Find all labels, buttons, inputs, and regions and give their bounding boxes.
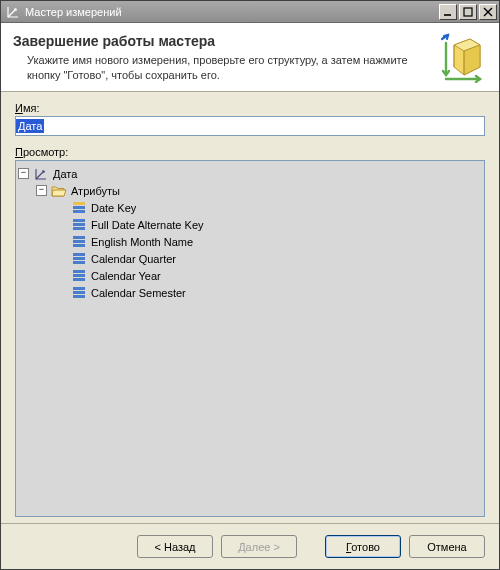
tree-attributes-folder[interactable]: − Атрибуты: [18, 182, 482, 199]
attribute-icon: [73, 201, 87, 215]
wizard-window: Мастер измерений Завершение работы масте…: [0, 0, 500, 570]
next-button: Далее >: [221, 535, 297, 558]
maximize-button[interactable]: [459, 4, 477, 20]
name-label: Имя:: [15, 102, 485, 114]
attribute-icon: [73, 269, 87, 283]
finish-button[interactable]: Готово: [325, 535, 401, 558]
tree-attribute-item[interactable]: Calendar Semester: [18, 284, 482, 301]
folder-open-icon: [51, 183, 67, 199]
close-button[interactable]: [479, 4, 497, 20]
tree-attribute-label: Calendar Quarter: [91, 253, 176, 265]
tree-attribute-item[interactable]: English Month Name: [18, 233, 482, 250]
window-title: Мастер измерений: [25, 6, 439, 18]
minimize-button[interactable]: [439, 4, 457, 20]
expander-icon[interactable]: −: [36, 185, 47, 196]
attribute-icon: [73, 218, 87, 232]
tree-attribute-item[interactable]: Calendar Year: [18, 267, 482, 284]
tree-attribute-label: Full Date Alternate Key: [91, 219, 204, 231]
attribute-icon: [73, 286, 87, 300]
tree-root[interactable]: − Дата: [18, 165, 482, 182]
wizard-header: Завершение работы мастера Укажите имя но…: [1, 23, 499, 92]
content-area: Завершение работы мастера Укажите имя но…: [1, 23, 499, 569]
dimension-node-icon: [33, 166, 49, 182]
svg-rect-1: [464, 8, 472, 16]
tree-attribute-label: Date Key: [91, 202, 136, 214]
attribute-icon: [73, 235, 87, 249]
preview-tree[interactable]: − Дата −: [15, 160, 485, 517]
tree-attribute-label: Calendar Semester: [91, 287, 186, 299]
tree-attribute-item[interactable]: Full Date Alternate Key: [18, 216, 482, 233]
tree-attribute-label: English Month Name: [91, 236, 193, 248]
expander-icon[interactable]: −: [18, 168, 29, 179]
button-bar: < Назад Далее > Готово Отмена: [1, 523, 499, 569]
cancel-button[interactable]: Отмена: [409, 535, 485, 558]
form-area: Имя: Дата Просмотр: −: [1, 92, 499, 523]
titlebar: Мастер измерений: [1, 1, 499, 23]
tree-attribute-label: Calendar Year: [91, 270, 161, 282]
page-subtitle: Укажите имя нового измерения, проверьте …: [13, 53, 437, 83]
back-button[interactable]: < Назад: [137, 535, 213, 558]
page-title: Завершение работы мастера: [13, 33, 437, 49]
cube-icon: [437, 33, 487, 83]
name-input[interactable]: Дата: [15, 116, 485, 136]
tree-attributes-label: Атрибуты: [71, 185, 120, 197]
attribute-icon: [73, 252, 87, 266]
name-input-value: Дата: [16, 119, 44, 133]
tree-attribute-item[interactable]: Date Key: [18, 199, 482, 216]
tree-attribute-item[interactable]: Calendar Quarter: [18, 250, 482, 267]
tree-root-label: Дата: [53, 168, 77, 180]
preview-label: Просмотр:: [15, 146, 485, 158]
dimension-icon: [5, 4, 21, 20]
